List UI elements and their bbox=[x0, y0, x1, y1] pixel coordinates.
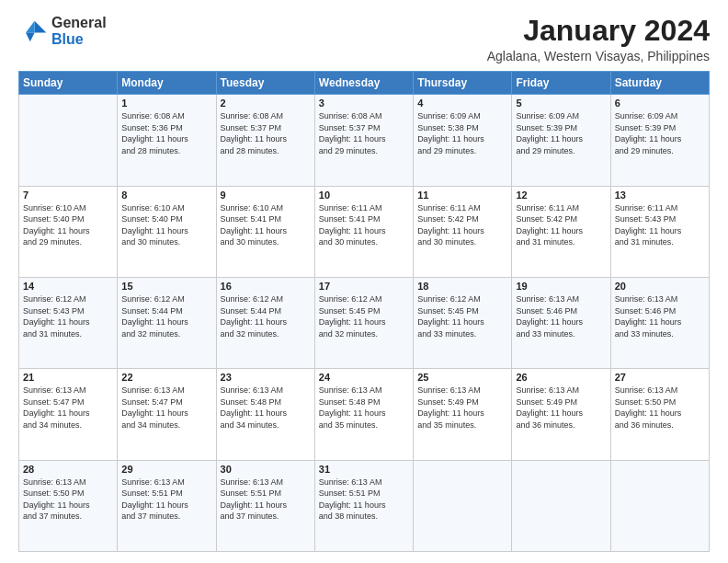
day-number: 5 bbox=[516, 98, 606, 109]
day-info: Sunrise: 6:08 AM Sunset: 5:36 PM Dayligh… bbox=[121, 110, 211, 156]
calendar-cell: 17Sunrise: 6:12 AM Sunset: 5:45 PM Dayli… bbox=[314, 277, 413, 368]
day-info: Sunrise: 6:12 AM Sunset: 5:44 PM Dayligh… bbox=[221, 293, 311, 339]
calendar-cell: 22Sunrise: 6:13 AM Sunset: 5:47 PM Dayli… bbox=[118, 369, 216, 460]
calendar-cell: 27Sunrise: 6:13 AM Sunset: 5:50 PM Dayli… bbox=[610, 369, 709, 460]
calendar-cell: 14Sunrise: 6:12 AM Sunset: 5:43 PM Dayli… bbox=[19, 277, 118, 368]
day-number: 30 bbox=[221, 464, 311, 475]
calendar-cell bbox=[610, 460, 709, 551]
day-info: Sunrise: 6:13 AM Sunset: 5:50 PM Dayligh… bbox=[23, 477, 113, 523]
day-info: Sunrise: 6:13 AM Sunset: 5:48 PM Dayligh… bbox=[319, 385, 409, 431]
calendar-cell bbox=[19, 95, 118, 186]
day-number: 18 bbox=[417, 281, 507, 292]
day-number: 29 bbox=[121, 464, 211, 475]
calendar-cell: 28Sunrise: 6:13 AM Sunset: 5:50 PM Dayli… bbox=[19, 460, 118, 551]
day-info: Sunrise: 6:08 AM Sunset: 5:37 PM Dayligh… bbox=[221, 110, 311, 156]
calendar-day-header: Sunday bbox=[19, 72, 118, 95]
title-block: January 2024 Aglalana, Western Visayas, … bbox=[487, 15, 710, 63]
day-number: 26 bbox=[516, 372, 606, 383]
day-info: Sunrise: 6:09 AM Sunset: 5:39 PM Dayligh… bbox=[516, 110, 606, 156]
day-number: 15 bbox=[121, 281, 211, 292]
calendar-week-row: 7Sunrise: 6:10 AM Sunset: 5:40 PM Daylig… bbox=[19, 186, 710, 277]
logo-text: General Blue bbox=[51, 15, 107, 47]
calendar-cell: 23Sunrise: 6:13 AM Sunset: 5:48 PM Dayli… bbox=[216, 369, 314, 460]
day-info: Sunrise: 6:13 AM Sunset: 5:47 PM Dayligh… bbox=[23, 385, 113, 431]
day-number: 11 bbox=[417, 190, 507, 201]
calendar-cell: 3Sunrise: 6:08 AM Sunset: 5:37 PM Daylig… bbox=[314, 95, 413, 186]
calendar-cell: 7Sunrise: 6:10 AM Sunset: 5:40 PM Daylig… bbox=[19, 186, 118, 277]
page: General Blue January 2024 Aglalana, West… bbox=[0, 0, 728, 563]
calendar-cell: 5Sunrise: 6:09 AM Sunset: 5:39 PM Daylig… bbox=[512, 95, 610, 186]
day-number: 4 bbox=[417, 98, 507, 109]
calendar-day-header: Tuesday bbox=[216, 72, 314, 95]
calendar-cell: 4Sunrise: 6:09 AM Sunset: 5:38 PM Daylig… bbox=[414, 95, 512, 186]
main-title: January 2024 bbox=[487, 15, 710, 47]
calendar-cell: 16Sunrise: 6:12 AM Sunset: 5:44 PM Dayli… bbox=[216, 277, 314, 368]
day-info: Sunrise: 6:10 AM Sunset: 5:40 PM Dayligh… bbox=[121, 202, 211, 248]
day-info: Sunrise: 6:13 AM Sunset: 5:48 PM Dayligh… bbox=[221, 385, 311, 431]
day-info: Sunrise: 6:13 AM Sunset: 5:47 PM Dayligh… bbox=[121, 385, 211, 431]
calendar-cell: 24Sunrise: 6:13 AM Sunset: 5:48 PM Dayli… bbox=[314, 369, 413, 460]
day-number: 19 bbox=[516, 281, 606, 292]
day-number: 31 bbox=[319, 464, 409, 475]
day-info: Sunrise: 6:10 AM Sunset: 5:40 PM Dayligh… bbox=[23, 202, 113, 248]
day-info: Sunrise: 6:13 AM Sunset: 5:51 PM Dayligh… bbox=[121, 477, 211, 523]
day-number: 1 bbox=[121, 98, 211, 109]
day-info: Sunrise: 6:13 AM Sunset: 5:51 PM Dayligh… bbox=[319, 477, 409, 523]
calendar-cell: 2Sunrise: 6:08 AM Sunset: 5:37 PM Daylig… bbox=[216, 95, 314, 186]
day-info: Sunrise: 6:12 AM Sunset: 5:45 PM Dayligh… bbox=[417, 293, 507, 339]
calendar-day-header: Saturday bbox=[610, 72, 709, 95]
calendar-cell: 12Sunrise: 6:11 AM Sunset: 5:42 PM Dayli… bbox=[512, 186, 610, 277]
day-number: 25 bbox=[417, 372, 507, 383]
day-number: 21 bbox=[23, 372, 113, 383]
day-info: Sunrise: 6:13 AM Sunset: 5:46 PM Dayligh… bbox=[615, 293, 705, 339]
calendar-cell: 6Sunrise: 6:09 AM Sunset: 5:39 PM Daylig… bbox=[610, 95, 709, 186]
day-number: 7 bbox=[23, 190, 113, 201]
day-info: Sunrise: 6:11 AM Sunset: 5:42 PM Dayligh… bbox=[417, 202, 507, 248]
day-info: Sunrise: 6:12 AM Sunset: 5:44 PM Dayligh… bbox=[121, 293, 211, 339]
calendar-cell: 31Sunrise: 6:13 AM Sunset: 5:51 PM Dayli… bbox=[314, 460, 413, 551]
calendar-day-header: Friday bbox=[512, 72, 610, 95]
day-number: 14 bbox=[23, 281, 113, 292]
day-info: Sunrise: 6:09 AM Sunset: 5:38 PM Dayligh… bbox=[417, 110, 507, 156]
header: General Blue January 2024 Aglalana, West… bbox=[18, 15, 710, 63]
calendar-table: SundayMondayTuesdayWednesdayThursdayFrid… bbox=[18, 71, 710, 552]
calendar-cell: 10Sunrise: 6:11 AM Sunset: 5:41 PM Dayli… bbox=[314, 186, 413, 277]
calendar-cell bbox=[414, 460, 512, 551]
calendar-week-row: 1Sunrise: 6:08 AM Sunset: 5:36 PM Daylig… bbox=[19, 95, 710, 186]
calendar-cell: 29Sunrise: 6:13 AM Sunset: 5:51 PM Dayli… bbox=[118, 460, 216, 551]
calendar-cell: 26Sunrise: 6:13 AM Sunset: 5:49 PM Dayli… bbox=[512, 369, 610, 460]
calendar-cell: 11Sunrise: 6:11 AM Sunset: 5:42 PM Dayli… bbox=[414, 186, 512, 277]
calendar-cell: 13Sunrise: 6:11 AM Sunset: 5:43 PM Dayli… bbox=[610, 186, 709, 277]
calendar-day-header: Monday bbox=[118, 72, 216, 95]
svg-marker-0 bbox=[35, 20, 47, 32]
logo-blue: Blue bbox=[51, 31, 107, 48]
svg-marker-2 bbox=[26, 32, 35, 41]
day-number: 12 bbox=[516, 190, 606, 201]
calendar-cell bbox=[512, 460, 610, 551]
day-number: 3 bbox=[319, 98, 409, 109]
calendar-cell: 18Sunrise: 6:12 AM Sunset: 5:45 PM Dayli… bbox=[414, 277, 512, 368]
day-info: Sunrise: 6:13 AM Sunset: 5:50 PM Dayligh… bbox=[615, 385, 705, 431]
day-number: 24 bbox=[319, 372, 409, 383]
day-number: 16 bbox=[221, 281, 311, 292]
calendar-week-row: 14Sunrise: 6:12 AM Sunset: 5:43 PM Dayli… bbox=[19, 277, 710, 368]
day-number: 20 bbox=[615, 281, 705, 292]
day-number: 13 bbox=[615, 190, 705, 201]
calendar-header-row: SundayMondayTuesdayWednesdayThursdayFrid… bbox=[19, 72, 710, 95]
day-number: 8 bbox=[121, 190, 211, 201]
calendar-week-row: 21Sunrise: 6:13 AM Sunset: 5:47 PM Dayli… bbox=[19, 369, 710, 460]
day-info: Sunrise: 6:13 AM Sunset: 5:49 PM Dayligh… bbox=[516, 385, 606, 431]
calendar-cell: 30Sunrise: 6:13 AM Sunset: 5:51 PM Dayli… bbox=[216, 460, 314, 551]
day-number: 22 bbox=[121, 372, 211, 383]
calendar-cell: 20Sunrise: 6:13 AM Sunset: 5:46 PM Dayli… bbox=[610, 277, 709, 368]
day-number: 10 bbox=[319, 190, 409, 201]
day-info: Sunrise: 6:12 AM Sunset: 5:45 PM Dayligh… bbox=[319, 293, 409, 339]
logo-icon bbox=[18, 17, 48, 46]
day-info: Sunrise: 6:11 AM Sunset: 5:43 PM Dayligh… bbox=[615, 202, 705, 248]
day-info: Sunrise: 6:13 AM Sunset: 5:46 PM Dayligh… bbox=[516, 293, 606, 339]
calendar-cell: 21Sunrise: 6:13 AM Sunset: 5:47 PM Dayli… bbox=[19, 369, 118, 460]
day-info: Sunrise: 6:08 AM Sunset: 5:37 PM Dayligh… bbox=[319, 110, 409, 156]
day-number: 6 bbox=[615, 98, 705, 109]
logo: General Blue bbox=[18, 15, 107, 47]
calendar-cell: 19Sunrise: 6:13 AM Sunset: 5:46 PM Dayli… bbox=[512, 277, 610, 368]
